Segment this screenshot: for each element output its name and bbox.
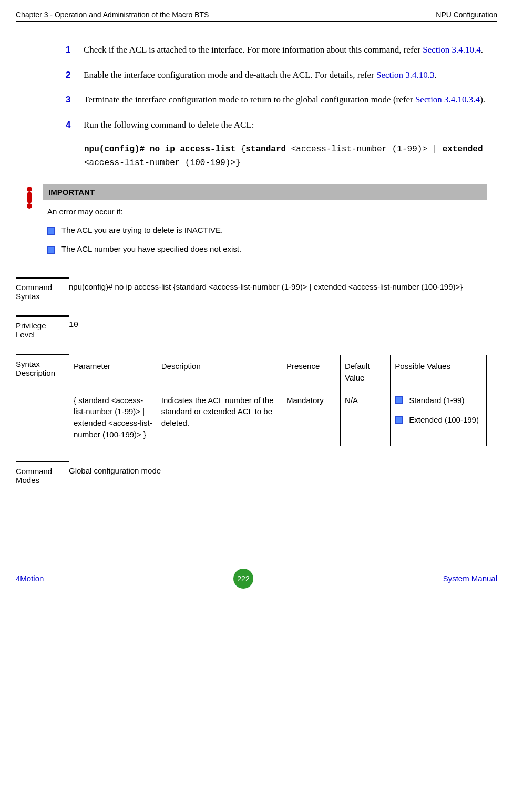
command-syntax-section: Command Syntax npu(config)# no ip access… [16, 277, 497, 301]
step-2: 2 Enable the interface configuration mod… [66, 68, 487, 82]
step-text: Terminate the interface configuration mo… [84, 93, 485, 107]
step-text: Check if the ACL is attached to the inte… [84, 43, 483, 57]
xref-link[interactable]: Section 3.4.10.4 [423, 45, 481, 55]
important-item: The ACL you are trying to delete is INAC… [47, 225, 487, 235]
important-icon [16, 184, 43, 211]
section-body: npu(config)# no ip access-list {standard… [69, 277, 487, 293]
step-number: 3 [66, 93, 84, 107]
step-1: 1 Check if the ACL is attached to the in… [66, 43, 487, 57]
th-default: Default Value [341, 355, 391, 389]
svg-point-0 [27, 187, 32, 192]
command-example: npu(config)# no ip access-list {standard… [84, 143, 487, 170]
section-body: Parameter Description Presence Default V… [69, 354, 487, 446]
table-header-row: Parameter Description Presence Default V… [69, 355, 487, 389]
step-number: 4 [66, 118, 84, 132]
step-3: 3 Terminate the interface configuration … [66, 93, 487, 107]
step-number: 1 [66, 43, 84, 57]
command-modes-section: Command Modes Global configuration mode [16, 461, 497, 485]
header-left: Chapter 3 - Operation and Administration… [16, 11, 209, 19]
square-bullet-icon [395, 416, 403, 424]
page-header: Chapter 3 - Operation and Administration… [16, 11, 497, 19]
th-parameter: Parameter [69, 355, 157, 389]
header-rule [16, 21, 497, 22]
step-text: Enable the interface configuration mode … [84, 68, 437, 82]
square-bullet-icon [47, 227, 55, 235]
section-body: 10 [69, 315, 487, 331]
cell-presence: Mandatory [282, 389, 340, 446]
section-label: Syntax Description [16, 354, 69, 377]
page-number-badge: 222 [233, 569, 253, 589]
page-footer: 4Motion 222 System Manual [16, 569, 497, 589]
step-number: 2 [66, 68, 84, 82]
xref-link[interactable]: Section 3.4.10.3 [376, 70, 435, 80]
steps-list: 1 Check if the ACL is attached to the in… [66, 43, 487, 131]
footer-right: System Manual [443, 574, 497, 583]
syntax-description-section: Syntax Description Parameter Description… [16, 354, 497, 446]
syntax-table: Parameter Description Presence Default V… [69, 355, 487, 446]
cell-parameter: { standard <access-list-number (1-99)> |… [69, 389, 157, 446]
square-bullet-icon [395, 396, 403, 404]
xref-link[interactable]: Section 3.4.10.3.4 [415, 95, 480, 105]
cell-default: N/A [341, 389, 391, 446]
step-4: 4 Run the following command to delete th… [66, 118, 487, 132]
header-right: NPU Configuration [436, 11, 497, 19]
cell-description: Indicates the ACL number of the standard… [157, 389, 282, 446]
square-bullet-icon [47, 246, 55, 254]
cell-possible-values: Standard (1-99) Extended (100-199) [391, 389, 487, 446]
svg-rect-1 [27, 192, 32, 203]
table-row: { standard <access-list-number (1-99)> |… [69, 389, 487, 446]
footer-left: 4Motion [16, 574, 44, 583]
important-note: IMPORTANT An error may occur if: The ACL… [16, 184, 497, 263]
important-content: IMPORTANT An error may occur if: The ACL… [43, 184, 487, 263]
possible-value-item: Standard (1-99) [395, 395, 482, 406]
important-lead: An error may occur if: [47, 207, 487, 216]
section-label: Privilege Level [16, 315, 69, 339]
privilege-level-section: Privilege Level 10 [16, 315, 497, 339]
important-title: IMPORTANT [43, 184, 487, 200]
th-presence: Presence [282, 355, 340, 389]
step-text: Run the following command to delete the … [84, 118, 254, 132]
possible-value-item: Extended (100-199) [395, 414, 482, 426]
important-item: The ACL number you have specified does n… [47, 244, 487, 254]
section-label: Command Modes [16, 461, 69, 485]
th-description: Description [157, 355, 282, 389]
th-possible: Possible Values [391, 355, 487, 389]
svg-point-2 [27, 203, 32, 209]
section-label: Command Syntax [16, 277, 69, 301]
section-body: Global configuration mode [69, 461, 487, 477]
